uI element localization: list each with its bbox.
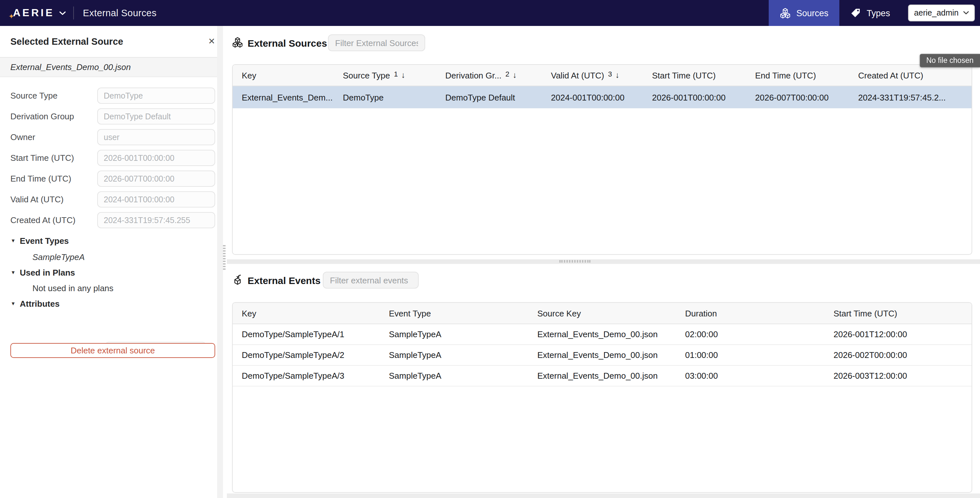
column-header-created-at[interactable]: Created At (UTC) bbox=[849, 70, 953, 80]
sources-panel-title: External Sources bbox=[248, 38, 327, 49]
event-row[interactable]: DemoType/SampleTypeA/1 SampleTypeA Exter… bbox=[233, 324, 972, 345]
chevron-down-icon bbox=[963, 11, 969, 15]
created-at-input bbox=[97, 212, 215, 228]
column-header-event-type[interactable]: Event Type bbox=[380, 308, 528, 318]
caret-down-icon: ▾ bbox=[12, 270, 14, 276]
user-role-value: aerie_admin bbox=[914, 8, 959, 18]
end-time-input bbox=[97, 171, 215, 187]
source-type-input bbox=[97, 88, 215, 104]
vertical-splitter-grip-icon bbox=[223, 245, 226, 270]
no-file-chosen-tooltip: No file chosen bbox=[920, 54, 980, 67]
sort-order-badge: 1 bbox=[394, 70, 398, 78]
field-start-time: Start Time (UTC) bbox=[10, 150, 215, 166]
section-attributes[interactable]: ▾ Attributes bbox=[12, 299, 60, 309]
boxes-icon bbox=[232, 37, 243, 48]
event-row[interactable]: DemoType/SampleTypeA/2 SampleTypeA Exter… bbox=[233, 345, 972, 366]
section-event-types[interactable]: ▾ Event Types bbox=[12, 236, 69, 246]
selected-source-panel: Selected External Source ✕ External_Even… bbox=[0, 26, 227, 498]
chevron-down-icon bbox=[59, 11, 66, 15]
field-label: Created At (UTC) bbox=[10, 215, 75, 225]
boxes-icon bbox=[780, 8, 791, 19]
source-name-banner: External_Events_Demo_00.json bbox=[0, 58, 227, 77]
app-root: ✦ AERIE External Sources Sources Types bbox=[0, 0, 980, 498]
cell-start-time: 2026-002T00:00:00 bbox=[824, 350, 972, 360]
section-label: Event Types bbox=[20, 236, 69, 246]
cell-end-time: 2026-007T00:00:00 bbox=[746, 93, 849, 102]
left-panel-scrollbar[interactable] bbox=[217, 26, 223, 498]
column-header-valid-at[interactable]: Valid At (UTC)3↓ bbox=[542, 70, 643, 80]
nav-sources-button[interactable]: Sources bbox=[768, 0, 839, 26]
page-title: External Sources bbox=[83, 8, 156, 18]
field-label: Valid At (UTC) bbox=[10, 195, 64, 204]
cell-duration: 03:00:00 bbox=[676, 371, 824, 381]
valid-at-input bbox=[97, 191, 215, 208]
nav-types-button[interactable]: Types bbox=[839, 0, 901, 26]
cell-source-type: DemoType bbox=[334, 93, 436, 102]
field-end-time: End Time (UTC) bbox=[10, 171, 215, 187]
field-derivation-group: Derivation Group bbox=[10, 108, 215, 124]
panel-header: Selected External Source ✕ bbox=[0, 26, 227, 58]
field-valid-at: Valid At (UTC) bbox=[10, 191, 215, 208]
filter-external-sources-input[interactable] bbox=[328, 34, 425, 51]
column-header-end-time[interactable]: End Time (UTC) bbox=[746, 70, 849, 80]
bottom-scrollbar-track[interactable] bbox=[227, 493, 980, 498]
horizontal-splitter-grip-icon bbox=[559, 260, 590, 263]
logo-text: AERIE bbox=[9, 7, 54, 19]
cell-start-time: 2026-001T00:00:00 bbox=[643, 93, 746, 102]
cell-duration: 02:00:00 bbox=[676, 329, 824, 339]
filter-external-events-input[interactable] bbox=[323, 272, 419, 289]
column-header-key[interactable]: Key bbox=[233, 70, 334, 80]
field-owner: Owner bbox=[10, 129, 215, 145]
nav-sources-label: Sources bbox=[796, 8, 828, 18]
caret-down-icon: ▾ bbox=[12, 301, 14, 307]
cell-created-at: 2024-331T19:57:45.2... bbox=[849, 93, 953, 102]
cell-derivation-group: DemoType Default bbox=[436, 93, 542, 102]
column-header-duration[interactable]: Duration bbox=[676, 308, 824, 318]
field-label: Source Type bbox=[10, 91, 58, 101]
column-header-source-key[interactable]: Source Key bbox=[528, 308, 676, 318]
field-created-at: Created At (UTC) bbox=[10, 212, 215, 228]
event-row[interactable]: DemoType/SampleTypeA/3 SampleTypeA Exter… bbox=[233, 366, 972, 386]
cell-event-type: SampleTypeA bbox=[380, 371, 528, 381]
navbar-divider bbox=[73, 6, 74, 19]
top-navbar: ✦ AERIE External Sources Sources Types bbox=[0, 0, 980, 26]
vertical-splitter[interactable] bbox=[223, 26, 227, 498]
panel-title: Selected External Source bbox=[10, 36, 123, 47]
used-in-plans-empty-text: Not used in any plans bbox=[32, 283, 113, 293]
cell-key: DemoType/SampleTypeA/1 bbox=[233, 329, 380, 339]
derivation-group-input bbox=[97, 108, 215, 124]
section-used-in-plans[interactable]: ▾ Used in Plans bbox=[12, 268, 75, 278]
field-label: Derivation Group bbox=[10, 112, 74, 121]
sort-desc-icon: ↓ bbox=[615, 71, 619, 80]
nav-types-label: Types bbox=[867, 8, 890, 18]
column-header-source-type[interactable]: Source Type1↓ bbox=[334, 70, 436, 80]
column-header-key[interactable]: Key bbox=[233, 308, 380, 318]
cell-key: DemoType/SampleTypeA/3 bbox=[233, 371, 380, 381]
column-header-start-time[interactable]: Start Time (UTC) bbox=[824, 308, 972, 318]
app-menu-button[interactable]: ✦ AERIE bbox=[9, 7, 66, 19]
event-cube-icon bbox=[232, 274, 243, 285]
cell-event-type: SampleTypeA bbox=[380, 329, 528, 339]
cell-source-key: External_Events_Demo_00.json bbox=[528, 350, 676, 360]
sources-table-header: Key Source Type1↓ Derivation Gr...2↓ Val… bbox=[233, 65, 972, 86]
external-events-table: Key Event Type Source Key Duration Start… bbox=[232, 302, 972, 493]
cell-event-type: SampleTypeA bbox=[380, 350, 528, 360]
owner-input bbox=[97, 129, 215, 145]
section-label: Attributes bbox=[20, 299, 60, 309]
source-row-selected[interactable]: External_Events_Dem... DemoType DemoType… bbox=[233, 86, 972, 108]
column-header-start-time[interactable]: Start Time (UTC) bbox=[643, 70, 746, 80]
cell-key: External_Events_Dem... bbox=[233, 93, 334, 102]
field-label: End Time (UTC) bbox=[10, 174, 71, 184]
close-icon[interactable]: ✕ bbox=[207, 36, 216, 47]
delete-external-source-button[interactable]: Delete external source bbox=[10, 343, 215, 358]
user-role-select[interactable]: aerie_admin bbox=[908, 5, 975, 21]
section-label: Used in Plans bbox=[20, 268, 75, 278]
horizontal-splitter[interactable] bbox=[227, 259, 980, 264]
events-panel-title: External Events bbox=[248, 275, 320, 286]
sort-desc-icon: ↓ bbox=[401, 71, 406, 80]
column-header-derivation-group[interactable]: Derivation Gr...2↓ bbox=[436, 70, 542, 80]
tag-icon bbox=[850, 8, 861, 18]
navbar-actions: Sources Types aerie_admin bbox=[768, 0, 980, 26]
field-label: Start Time (UTC) bbox=[10, 153, 74, 163]
cell-start-time: 2026-003T12:00:00 bbox=[824, 371, 972, 381]
